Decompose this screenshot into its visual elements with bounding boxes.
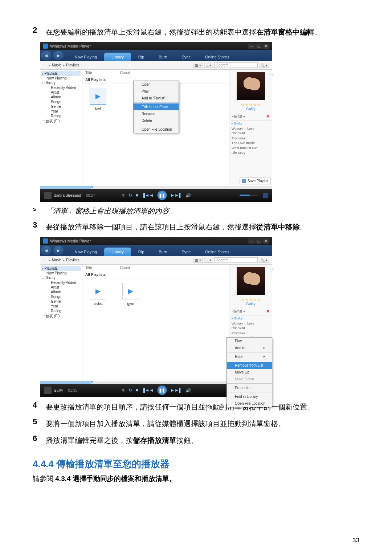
tab-sync[interactable]: Sync bbox=[175, 248, 198, 256]
ctx-find-in-library[interactable]: Find in Library bbox=[227, 393, 272, 400]
playlist-favlist[interactable]: ▶ favl bbox=[90, 88, 106, 111]
search-icon[interactable]: 🔍 ▾ bbox=[259, 258, 269, 263]
col-title[interactable]: Title bbox=[82, 265, 117, 271]
ctx-edit-in-list-pane[interactable]: Edit in List Pane bbox=[134, 103, 179, 110]
rating-stars[interactable]: ☆☆☆☆☆ bbox=[231, 297, 271, 302]
ctx-play[interactable]: Play bbox=[227, 338, 272, 344]
list-item[interactable]: Guilty bbox=[231, 316, 271, 321]
ctx-rate[interactable]: Rate bbox=[227, 353, 272, 360]
tree-item[interactable]: Songs bbox=[41, 294, 81, 299]
minimize-icon[interactable]: — bbox=[248, 44, 255, 49]
stop-icon[interactable]: ■ bbox=[136, 388, 138, 393]
list-item[interactable]: Woman In Love bbox=[231, 321, 271, 326]
tab-library[interactable]: Library bbox=[104, 53, 131, 61]
forward-button[interactable]: ► bbox=[53, 246, 64, 255]
minimize-icon[interactable]: — bbox=[248, 238, 255, 244]
tab-library[interactable]: Library bbox=[104, 248, 131, 256]
ctx-open[interactable]: Open bbox=[134, 81, 179, 88]
next-icon[interactable]: ►►▌ bbox=[170, 193, 182, 198]
expand-arrow-icon[interactable]: ⇨ bbox=[270, 72, 274, 77]
ctx-rename[interactable]: Rename bbox=[134, 110, 179, 117]
list-item[interactable]: The Love Inside bbox=[231, 141, 271, 146]
list-item[interactable]: Promises bbox=[231, 136, 271, 141]
tree-library[interactable]: Library bbox=[41, 276, 81, 280]
col-count[interactable]: Count bbox=[117, 70, 133, 76]
playlist-gym[interactable]: ▶ gym bbox=[122, 283, 139, 306]
tab-burn[interactable]: Burn bbox=[151, 53, 174, 61]
library-options-icon[interactable]: ☰ ▾ bbox=[204, 63, 213, 68]
tab-now-playing[interactable]: Now Playing bbox=[68, 53, 104, 61]
tree-item[interactable]: Genre bbox=[41, 299, 81, 304]
list-item[interactable]: Run Wild bbox=[231, 131, 271, 136]
ctx-open-file-location[interactable]: Open File Location bbox=[134, 126, 179, 133]
tab-now-playing[interactable]: Now Playing bbox=[68, 248, 104, 256]
list-item[interactable]: Run Wild bbox=[231, 326, 271, 331]
library-options-icon[interactable]: ☰ ▾ bbox=[204, 258, 213, 263]
close-icon[interactable]: ✕ bbox=[263, 44, 269, 49]
expand-arrow-icon[interactable]: ⇨ bbox=[270, 267, 274, 272]
tree-item[interactable]: Artist bbox=[41, 285, 81, 290]
prev-icon[interactable]: ▐◄◄ bbox=[142, 388, 154, 393]
back-button[interactable]: ◄ bbox=[41, 246, 51, 255]
tree-item[interactable]: Songs bbox=[41, 99, 81, 104]
breadcrumb[interactable]: ▸Music▸Playlists bbox=[49, 258, 79, 262]
col-count[interactable]: Count bbox=[117, 265, 133, 271]
list-item[interactable]: Woman In Love bbox=[231, 126, 271, 131]
play-pause-button[interactable]: ❚❚ bbox=[157, 385, 167, 395]
stop-icon[interactable]: ■ bbox=[136, 193, 138, 198]
list-name[interactable]: Favlist ▾ bbox=[232, 309, 245, 313]
tree-item[interactable]: Year bbox=[41, 304, 81, 309]
maximize-icon[interactable]: ▢ bbox=[256, 238, 262, 244]
ctx-move-up[interactable]: Move Up bbox=[227, 369, 272, 376]
search-input[interactable]: Search bbox=[214, 62, 258, 68]
tab-burn[interactable]: Burn bbox=[151, 248, 174, 256]
tree-library[interactable]: Library bbox=[41, 81, 81, 85]
search-input[interactable]: Search bbox=[214, 257, 258, 263]
view-icon[interactable]: ▦ ▾ bbox=[193, 63, 203, 68]
play-pause-button[interactable]: ❚❚ bbox=[157, 191, 167, 200]
tree-item[interactable]: Recently Added bbox=[41, 280, 81, 285]
close-icon[interactable]: ✕ bbox=[263, 238, 269, 244]
tree-item[interactable]: Rating bbox=[41, 114, 81, 118]
mute-icon[interactable]: 🔊 bbox=[185, 193, 191, 198]
tree-item[interactable]: Rating bbox=[41, 309, 81, 313]
tree-item[interactable]: Artist bbox=[41, 90, 81, 95]
prev-icon[interactable]: ▐◄◄ bbox=[142, 193, 154, 198]
tab-rip[interactable]: Rip bbox=[131, 53, 152, 61]
volume-slider[interactable] bbox=[240, 195, 258, 196]
ctx-open-file-location[interactable]: Open File Location bbox=[227, 400, 272, 407]
ctx-remove-from-list[interactable]: Remove from List bbox=[227, 362, 272, 369]
maximize-icon[interactable]: ▢ bbox=[256, 44, 262, 49]
list-item[interactable]: Guilty bbox=[231, 121, 271, 126]
scrub-bar[interactable]: ▾ bbox=[40, 186, 272, 189]
tree-item[interactable]: Album bbox=[41, 290, 81, 294]
list-name[interactable]: Favlist ▾ bbox=[232, 114, 245, 118]
tab-online-stores[interactable]: Online Stores bbox=[198, 248, 237, 256]
tree-playlists[interactable]: Playlists bbox=[41, 266, 81, 271]
playlist-favlist[interactable]: ▶ favlist bbox=[90, 283, 106, 306]
forward-button[interactable]: ► bbox=[53, 51, 64, 60]
ctx-add-to[interactable]: Add to bbox=[227, 344, 272, 351]
tree-drive[interactable]: 一整夜 (F:) bbox=[41, 313, 81, 319]
ctx-add-to[interactable]: Add to 'Favlist' bbox=[134, 95, 179, 102]
repeat-icon[interactable]: ↻ bbox=[128, 193, 132, 198]
ctx-delete[interactable]: Delete bbox=[134, 117, 179, 124]
tree-item[interactable]: Year bbox=[41, 109, 81, 114]
repeat-icon[interactable]: ↻ bbox=[128, 388, 132, 393]
tree-drive[interactable]: 一整夜 (F:) bbox=[41, 118, 81, 124]
tab-online-stores[interactable]: Online Stores bbox=[198, 53, 237, 61]
rating-stars[interactable]: ☆☆☆☆☆ bbox=[231, 102, 271, 107]
mute-icon[interactable]: 🔊 bbox=[185, 388, 191, 393]
ctx-play[interactable]: Play bbox=[134, 88, 179, 95]
shuffle-icon[interactable]: ⤭ bbox=[121, 388, 125, 393]
breadcrumb[interactable]: ▸Music▸Playlists bbox=[49, 63, 79, 67]
clear-list-icon[interactable]: ✕ bbox=[266, 114, 270, 119]
search-icon[interactable]: 🔍 ▾ bbox=[259, 63, 269, 68]
view-icon[interactable]: ▦ ▾ bbox=[193, 258, 203, 263]
tree-now-playing[interactable]: Now Playing bbox=[41, 76, 81, 81]
tree-item[interactable]: Album bbox=[41, 95, 81, 99]
col-title[interactable]: Title bbox=[82, 70, 117, 76]
list-item[interactable]: Promises bbox=[231, 331, 271, 336]
next-icon[interactable]: ►►▌ bbox=[170, 388, 182, 393]
tree-item[interactable]: Genre bbox=[41, 104, 81, 109]
